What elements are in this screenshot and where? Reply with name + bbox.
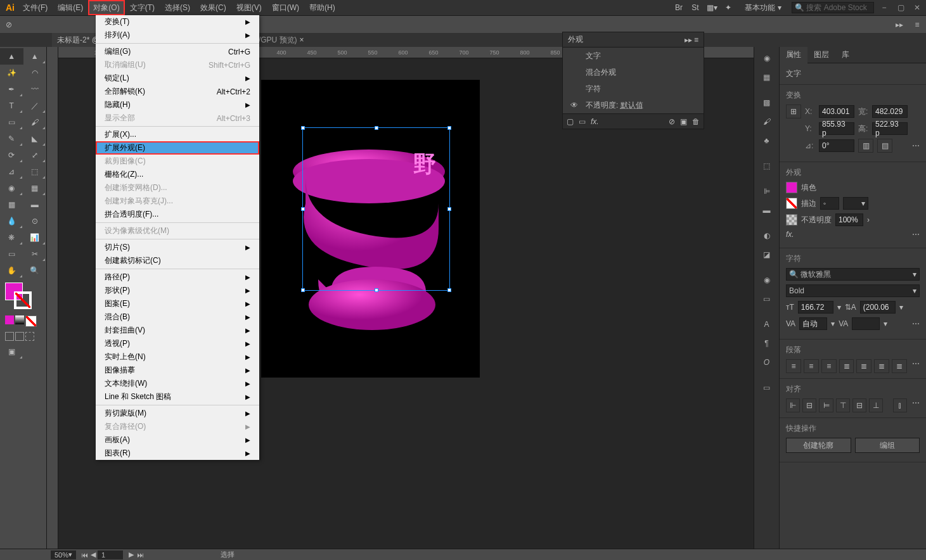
window-minimize[interactable]: − <box>878 3 891 13</box>
reference-point-widget[interactable]: ⊞ <box>786 105 801 118</box>
swatches-panel-icon[interactable]: ▩ <box>757 94 777 111</box>
duplicate-icon[interactable]: ▣ <box>680 117 687 126</box>
opacity-field[interactable]: 100% <box>835 213 863 226</box>
close-icon[interactable]: × <box>300 35 304 44</box>
window-maximize[interactable]: ▢ <box>894 3 907 13</box>
draw-behind[interactable] <box>15 332 24 341</box>
zoom-tool[interactable]: 🔍 <box>23 262 47 279</box>
tab-layers[interactable]: 图层 <box>807 47 835 63</box>
leading-field[interactable]: (200.06 <box>860 301 896 314</box>
panel-collapse-icon[interactable]: ▸▸ <box>891 16 908 34</box>
opacity-swatch[interactable] <box>786 214 797 226</box>
transparency-panel-icon[interactable]: ◐ <box>757 227 777 245</box>
lasso-tool[interactable]: ◠ <box>23 65 47 81</box>
window-close[interactable]: ✕ <box>911 3 923 13</box>
tab-properties[interactable]: 属性 <box>780 47 807 63</box>
fx-label[interactable]: fx. <box>786 230 794 239</box>
paintbrush-tool[interactable]: 🖌 <box>23 114 47 130</box>
align-left-panel-icon[interactable]: ⊫ <box>757 182 777 200</box>
appearance-row-opacity[interactable]: 👁 不透明度: 默认值 <box>563 97 704 113</box>
selection-bounding-box[interactable] <box>302 127 450 291</box>
flip-horizontal[interactable]: ▥ <box>858 139 873 153</box>
mesh-tool[interactable]: ▦ <box>0 196 23 213</box>
rotate-field[interactable]: 0° <box>819 139 854 152</box>
gradient-panel-icon[interactable]: ▬ <box>757 201 777 219</box>
font-weight-dropdown[interactable]: Bold▾ <box>786 284 920 297</box>
appearance-row-text[interactable]: 文字 <box>563 48 704 64</box>
menu-item[interactable]: 剪切蒙版(M)▶ <box>96 407 259 420</box>
menu-item[interactable]: 文本绕排(W)▶ <box>96 377 259 390</box>
menu-help[interactable]: 帮助(H) <box>304 0 340 15</box>
line-tool[interactable]: ／ <box>23 98 47 114</box>
stroke-color-swatch[interactable] <box>786 198 797 209</box>
stroke-panel-icon[interactable]: ⬚ <box>757 157 777 175</box>
rectangle-tool[interactable]: ▭ <box>0 114 23 130</box>
para-align-left[interactable]: ≡ <box>786 359 801 373</box>
menu-item[interactable]: 混合(B)▶ <box>96 310 259 324</box>
fx-icon[interactable]: fx. <box>591 117 599 126</box>
graphic-styles-panel-icon[interactable]: ▭ <box>757 290 777 308</box>
color-guide-panel-icon[interactable]: ▦ <box>757 68 777 86</box>
menu-item[interactable]: 图像描摹▶ <box>96 364 259 377</box>
gradient-mode[interactable] <box>15 315 24 324</box>
visibility-icon[interactable]: 👁 <box>570 101 578 110</box>
stroke-profile[interactable]: ▾ <box>843 197 868 210</box>
none-mode[interactable] <box>25 315 37 327</box>
asset-export-panel-icon[interactable]: ▭ <box>757 379 777 397</box>
menu-window[interactable]: 窗口(W) <box>267 0 304 15</box>
menu-type[interactable]: 文字(T) <box>125 0 160 15</box>
clear-appearance-icon[interactable]: ⊘ <box>669 117 675 126</box>
menu-item[interactable]: 编组(G)Ctrl+G <box>96 45 259 58</box>
scale-tool[interactable]: ⤢ <box>23 147 47 163</box>
blend-tool[interactable]: ⊙ <box>23 213 47 229</box>
tab-libraries[interactable]: 库 <box>835 47 856 63</box>
distribute-h[interactable]: ⫿ <box>893 398 907 412</box>
zoom-level[interactable]: 50% ▾ <box>51 550 76 559</box>
y-field[interactable]: 855.93 p <box>819 122 854 135</box>
font-size-field[interactable]: 166.72 <box>798 301 833 314</box>
menu-item[interactable]: 扩展外观(E) <box>96 141 259 155</box>
delete-icon[interactable]: 🗑 <box>692 117 700 126</box>
menu-item[interactable]: 切片(S)▶ <box>96 241 259 254</box>
shaper-tool[interactable]: ✎ <box>0 130 23 147</box>
menu-file[interactable]: 文件(F) <box>18 0 53 15</box>
appearance-floating-panel[interactable]: 外观 ▸▸ ≡ 文字 混合外观 字符 👁 不透明度: 默认值 ▢ ▭ fx. ⊘… <box>562 32 704 129</box>
perspective-tool[interactable]: ▦ <box>23 180 47 196</box>
menu-item[interactable]: 栅格化(Z)... <box>96 168 259 181</box>
rotate-tool[interactable]: ⟳ <box>0 147 23 163</box>
appearance-panel-icon[interactable]: ◉ <box>757 271 777 289</box>
stroke-swatch[interactable] <box>14 291 32 309</box>
collapse-icon[interactable]: ▸▸ <box>685 35 692 44</box>
gpu-icon[interactable]: ✦ <box>722 1 735 14</box>
para-justify-left[interactable]: ≣ <box>839 359 854 373</box>
appearance-row-blend[interactable]: 混合外观 <box>563 64 704 80</box>
stroke-width-stepper[interactable]: ◦ <box>820 197 839 210</box>
pathfinder-panel-icon[interactable]: ◪ <box>757 246 777 264</box>
paragraph-panel-icon[interactable]: ¶ <box>757 334 777 352</box>
para-justify-center[interactable]: ≣ <box>856 359 871 373</box>
menu-effect[interactable]: 效果(C) <box>195 0 231 15</box>
menu-select[interactable]: 选择(S) <box>160 0 195 15</box>
panel-menu-icon[interactable]: ≡ <box>908 16 926 34</box>
menu-item[interactable]: 排列(A)▶ <box>96 29 259 42</box>
brushes-panel-icon[interactable]: 🖌 <box>757 113 777 130</box>
para-justify-all[interactable]: ≣ <box>892 359 907 373</box>
eraser-tool[interactable]: ◣ <box>23 130 47 147</box>
opentype-panel-icon[interactable]: O <box>757 353 777 371</box>
more-options-icon[interactable]: ⋯ <box>912 230 920 239</box>
menu-item[interactable]: 全部解锁(K)Alt+Ctrl+2 <box>96 85 259 98</box>
create-outlines-button[interactable]: 创建轮廓 <box>786 438 851 453</box>
group-button[interactable]: 编组 <box>855 438 920 453</box>
menu-item[interactable]: 拼合透明度(F)... <box>96 208 259 221</box>
stock-icon[interactable]: St <box>689 1 702 14</box>
menu-view[interactable]: 视图(V) <box>231 0 267 15</box>
menu-item[interactable]: 隐藏(H)▶ <box>96 98 259 111</box>
fill-color-swatch[interactable] <box>786 182 797 193</box>
width-tool[interactable]: ⊿ <box>0 163 23 180</box>
pen-tool[interactable]: ✒ <box>0 81 23 98</box>
height-field[interactable]: 522.93 p <box>872 122 908 135</box>
align-top[interactable]: ⊤ <box>836 398 850 412</box>
hand-tool[interactable]: ✋ <box>0 262 23 279</box>
symbol-sprayer-tool[interactable]: ❋ <box>0 229 23 246</box>
gradient-tool[interactable]: ▬ <box>23 196 47 213</box>
